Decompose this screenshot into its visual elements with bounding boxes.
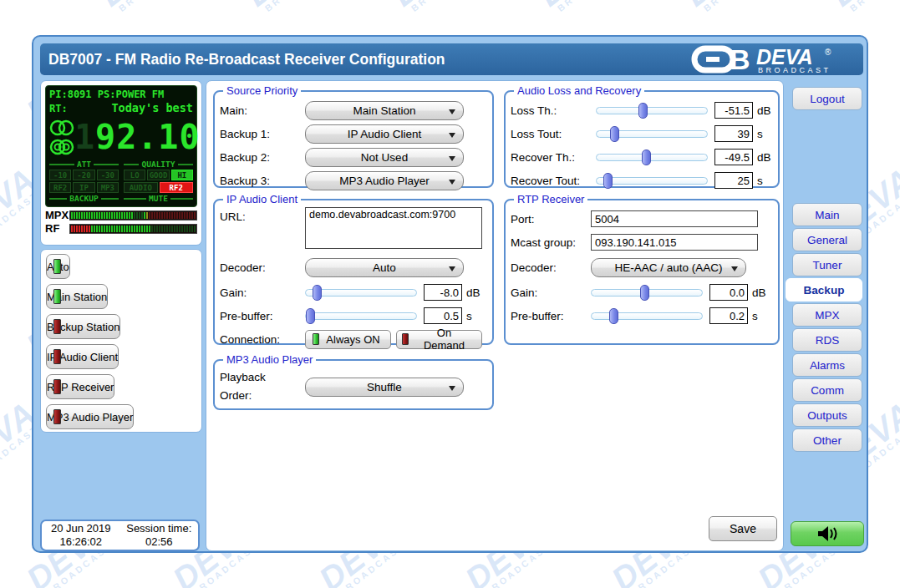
lcd-section-title: BACKUP	[49, 195, 119, 202]
lcd-indicator--20: -20	[73, 170, 94, 180]
ip-prebuffer-label: Pre-buffer:	[220, 310, 305, 322]
priority-dropdown-3[interactable]: MP3 Audio Player	[305, 171, 464, 190]
sidebar-item-tuner[interactable]: Tuner	[792, 253, 862, 276]
ip-decoder-dropdown[interactable]: Auto	[305, 258, 464, 277]
source-priority-row: Backup 2:Not Used	[220, 145, 487, 169]
slider-thumb[interactable]	[313, 285, 322, 301]
main-content-panel: Source Priority Main:Main StationBackup …	[206, 80, 784, 551]
audio-loss-label: Loss Th.:	[511, 104, 596, 117]
priority-label: Backup 3:	[220, 175, 305, 187]
source-button-backup-station[interactable]: Backup Station	[46, 314, 120, 339]
audio-loss-row: Recover Tout:s	[511, 169, 773, 192]
sidebar-item-backup[interactable]: Backup	[786, 278, 862, 302]
frequency-readout: 192.10	[74, 117, 201, 157]
sidebar-item-comm[interactable]: Comm	[792, 378, 862, 402]
lcd-section-title: QUALITY	[124, 160, 193, 168]
ip-prebuffer-value[interactable]	[424, 307, 462, 324]
ip-gain-slider[interactable]	[305, 289, 417, 297]
url-input[interactable]: demo.devabroadcast.com:9700	[305, 207, 482, 249]
priority-dropdown-1[interactable]: IP Audio Client	[305, 124, 464, 144]
mp3-player-fieldset: MP3 Audio Player Playback Order: Shuffle	[213, 353, 494, 410]
lcd-indicator-ip: IP	[73, 182, 94, 193]
source-priority-legend: Source Priority	[223, 84, 301, 97]
stereo-icon	[49, 119, 74, 137]
audio-loss-slider-1[interactable]	[596, 130, 708, 138]
chevron-down-icon	[449, 109, 455, 114]
rtp-receiver-legend: RTP Receiver	[514, 193, 587, 205]
slider-thumb[interactable]	[610, 126, 619, 142]
speaker-button[interactable]	[791, 521, 864, 546]
audio-loss-slider-3[interactable]	[596, 177, 708, 185]
priority-dropdown-0[interactable]: Main Station	[305, 101, 464, 120]
lcd-pi-ps-line: PI:8091 PS:POWER FM	[49, 89, 193, 100]
logout-button[interactable]: Logout	[792, 87, 862, 110]
rtp-prebuffer-value[interactable]	[709, 307, 748, 324]
port-label: Port:	[511, 213, 591, 226]
rtp-gain-label: Gain:	[511, 286, 591, 299]
rtp-gain-slider[interactable]	[591, 289, 703, 297]
rtp-decoder-label: Decoder:	[511, 261, 591, 274]
connection-always-on-button[interactable]: Always ON	[305, 330, 391, 349]
rds-icon	[49, 138, 74, 156]
port-input[interactable]	[591, 210, 758, 227]
source-priority-fieldset: Source Priority Main:Main StationBackup …	[213, 84, 494, 188]
audio-loss-value-1[interactable]	[714, 125, 753, 142]
svg-text:B: B	[730, 45, 750, 74]
ip-gain-label: Gain:	[220, 286, 305, 299]
audio-loss-slider-0[interactable]	[596, 107, 708, 114]
source-button-main-station[interactable]: Main Station	[46, 284, 108, 309]
sidebar-item-alarms[interactable]: Alarms	[792, 353, 862, 377]
slider-thumb[interactable]	[640, 285, 649, 301]
slider-thumb[interactable]	[609, 308, 618, 324]
status-bar: 20 Jun 2019 16:26:02 Session time: 02:56	[40, 520, 200, 551]
url-label: URL:	[220, 207, 305, 223]
ip-prebuffer-slider[interactable]	[305, 312, 417, 320]
slider-thumb[interactable]	[642, 150, 651, 165]
sidebar-item-general[interactable]: General	[792, 228, 862, 251]
mpx-meter-label: MPX	[45, 209, 69, 221]
sidebar-item-rds[interactable]: RDS	[792, 328, 862, 352]
audio-loss-recovery-legend: Audio Loss and Recovery	[514, 84, 644, 97]
audio-loss-label: Loss Tout:	[511, 128, 596, 140]
lcd-screen: PI:8091 PS:POWER FM RT: Today's best	[45, 85, 197, 207]
source-button-rtp-receiver[interactable]: RTP Receiver	[46, 374, 114, 399]
save-button[interactable]: Save	[709, 516, 777, 541]
rtp-receiver-fieldset: RTP Receiver Port: Mcast group: Decoder:…	[504, 193, 780, 345]
connection-on-demand-button[interactable]: On Demand	[396, 330, 482, 349]
lcd-rt-label: RT:	[49, 103, 68, 114]
ip-audio-client-fieldset: IP Audio Client URL: demo.devabroadcast.…	[213, 193, 494, 345]
sidebar-item-main[interactable]: Main	[792, 203, 862, 226]
status-led	[53, 259, 61, 274]
connection-label: Connection:	[220, 333, 305, 346]
slider-thumb[interactable]	[306, 308, 315, 324]
priority-dropdown-2[interactable]: Not Used	[305, 148, 464, 167]
rtp-decoder-dropdown[interactable]: HE-AAC / auto (AAC)	[591, 258, 746, 277]
lcd-indicator-row: LOGOODHI	[124, 170, 193, 180]
sidebar-item-outputs[interactable]: Outputs	[792, 403, 862, 427]
status-led	[53, 349, 61, 364]
source-button-mp3-audio-player[interactable]: MP3 Audio Player	[46, 404, 134, 429]
playback-order-dropdown[interactable]: Shuffle	[305, 378, 464, 397]
chevron-down-icon	[731, 266, 738, 271]
lcd-indicator-good: GOOD	[147, 170, 169, 180]
audio-loss-value-2[interactable]	[714, 149, 753, 165]
audio-loss-value-0[interactable]	[714, 102, 753, 119]
lcd-indicator--30: -30	[97, 170, 119, 180]
sidebar-item-mpx[interactable]: MPX	[792, 303, 862, 327]
source-button-ip-audio-client[interactable]: IP Audio Client	[46, 344, 119, 369]
lcd-indicator-rf2: RF2	[49, 182, 71, 193]
mcast-group-input[interactable]	[591, 234, 758, 251]
source-button-auto[interactable]: Auto	[46, 254, 70, 279]
source-priority-row: Backup 1:IP Audio Client	[220, 122, 487, 145]
audio-loss-slider-2[interactable]	[596, 154, 708, 161]
rtp-prebuffer-slider[interactable]	[591, 312, 703, 320]
date-time: 20 Jun 2019 16:26:02	[42, 522, 120, 549]
lcd-indicator-rf2: RF2	[160, 182, 194, 193]
rtp-gain-value[interactable]	[709, 284, 748, 301]
slider-thumb[interactable]	[603, 173, 613, 189]
svg-text:®: ®	[825, 48, 831, 57]
ip-gain-value[interactable]	[424, 284, 462, 301]
sidebar-item-other[interactable]: Other	[792, 428, 862, 452]
audio-loss-value-3[interactable]	[714, 172, 753, 189]
slider-thumb[interactable]	[638, 103, 648, 119]
